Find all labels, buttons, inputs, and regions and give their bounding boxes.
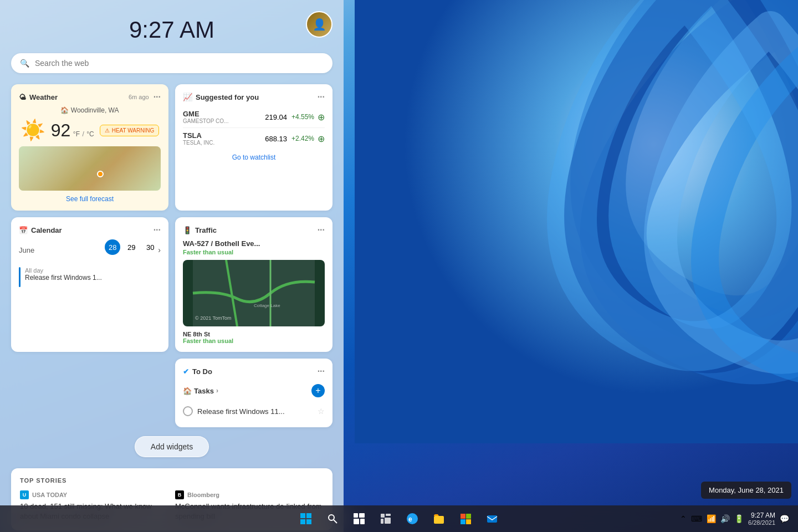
svg-rect-6	[300, 519, 305, 524]
search-input[interactable]	[35, 59, 324, 68]
stock-row-gme: GME GAMESTOP CO... 219.04 +4.55% ⊕	[183, 106, 325, 128]
notification-icon[interactable]: 💬	[780, 514, 789, 523]
weather-location-dot	[97, 171, 104, 177]
story-source-name-0: USA TODAY	[32, 492, 67, 498]
stocks-icon: 📈	[183, 93, 192, 101]
watchlist-link[interactable]: Go to watchlist	[183, 154, 325, 161]
cal-day-29[interactable]: 29	[124, 239, 139, 255]
weather-icon-title: 🌤	[19, 93, 26, 101]
traffic-status2: Faster than usual	[183, 337, 325, 344]
time-display: 9:27 AM	[11, 17, 332, 43]
taskbar-edge-btn[interactable]: e	[401, 508, 423, 530]
keyboard-icon[interactable]: ⌨	[691, 514, 702, 523]
calendar-icon: 📅	[19, 226, 28, 234]
bloomberg-icon: B	[175, 490, 184, 499]
widgets-grid: 🌤 Weather 6m ago ··· 🏠 Woodinville, WA ☀…	[11, 84, 332, 427]
todo-tasks-header: 🏠 Tasks › +	[183, 381, 325, 401]
traffic-menu-btn[interactable]: ···	[318, 225, 325, 235]
svg-rect-13	[360, 519, 365, 524]
todo-widget: ✔ To Do ··· 🏠 Tasks › + Release first Wi…	[175, 359, 332, 427]
sun-icon: ☀️	[21, 119, 45, 142]
svg-rect-7	[306, 519, 311, 524]
svg-line-9	[334, 520, 337, 523]
home-icon: 🏠	[183, 387, 192, 395]
chevron-up-icon[interactable]: ⌃	[680, 514, 687, 523]
cal-day-30[interactable]: 30	[142, 239, 158, 255]
taskbar-file-explorer-btn[interactable]	[428, 508, 450, 530]
taskbar-ms-store-btn[interactable]	[454, 508, 477, 530]
svg-rect-12	[354, 519, 359, 524]
story-source-1: B Bloomberg	[175, 490, 324, 499]
svg-rect-11	[359, 513, 365, 518]
clock-time: 9:27 AM	[748, 511, 775, 519]
tsla-price: 688.13	[214, 135, 287, 143]
weather-map	[19, 146, 161, 191]
weather-unit-f: °F	[73, 130, 80, 138]
battery-icon[interactable]: 🔋	[734, 514, 744, 523]
event-bar	[19, 267, 21, 287]
traffic-widget: 🚦 Traffic ··· WA-527 / Bothell Eve... Fa…	[175, 217, 332, 352]
taskbar-mail-btn[interactable]	[481, 508, 503, 530]
search-bar[interactable]: 🔍	[11, 53, 332, 73]
svg-text:Cottage Lake: Cottage Lake	[254, 303, 280, 308]
stocks-title: Suggested for you	[196, 93, 259, 101]
stocks-menu-btn[interactable]: ···	[318, 92, 325, 102]
taskbar-widgets-btn[interactable]	[375, 508, 397, 530]
svg-rect-20	[434, 516, 444, 524]
todo-star-0[interactable]: ☆	[318, 407, 325, 416]
weather-location: 🏠 Woodinville, WA	[19, 106, 161, 114]
todo-title: To Do	[192, 367, 212, 376]
svg-rect-5	[306, 513, 311, 518]
weather-menu-btn[interactable]: ···	[154, 92, 161, 102]
stocks-widget: 📈 Suggested for you ··· GME GAMESTOP CO.…	[175, 84, 332, 211]
weather-forecast-link[interactable]: See full forecast	[19, 195, 161, 203]
gme-price: 219.04	[228, 113, 287, 121]
traffic-street: NE 8th St	[183, 331, 210, 337]
svg-rect-17	[385, 518, 391, 524]
calendar-event: All day Release first Windows 1...	[19, 265, 161, 289]
weather-map-overlay	[19, 146, 161, 191]
calendar-chevron[interactable]: ›	[158, 245, 161, 254]
traffic-map: © 2021 TomTom Cottage Lake	[183, 260, 325, 326]
widget-panel: 9:27 AM 👤 🔍 🌤 Weather 6m ago ··· 🏠 Woodi…	[0, 0, 344, 532]
todo-list-label: Tasks	[194, 387, 214, 395]
gme-change: +4.55%	[291, 113, 314, 121]
tsla-change: +2.42%	[291, 135, 314, 142]
weather-unit-c: °C	[86, 130, 94, 138]
todo-icon: ✔	[183, 367, 189, 376]
start-button[interactable]	[295, 508, 317, 530]
add-widgets-btn[interactable]: Add widgets	[135, 436, 209, 457]
traffic-icon: 🚦	[183, 226, 192, 234]
tsla-add-btn[interactable]: ⊕	[318, 134, 325, 144]
top-stories-title: TOP STORIES	[20, 477, 324, 484]
svg-rect-14	[381, 514, 385, 518]
heat-warning: ⚠ HEAT WARNING	[100, 125, 159, 136]
taskbar-search-btn[interactable]	[321, 508, 344, 530]
svg-rect-4	[300, 513, 305, 518]
svg-rect-22	[466, 514, 471, 519]
sound-icon[interactable]: 🔊	[720, 514, 730, 523]
todo-chevron[interactable]: ›	[216, 387, 218, 395]
svg-rect-15	[386, 514, 391, 516]
taskbar-task-view-btn[interactable]	[348, 508, 370, 530]
svg-rect-10	[354, 513, 358, 518]
wifi-icon[interactable]: 📶	[707, 514, 716, 523]
svg-text:© 2021 TomTom: © 2021 TomTom	[195, 315, 232, 321]
svg-rect-25	[487, 515, 497, 523]
stocks-list: GME GAMESTOP CO... 219.04 +4.55% ⊕ TSLA …	[183, 106, 325, 149]
svg-rect-23	[461, 519, 466, 524]
clock-date: 6/28/2021	[748, 519, 775, 526]
calendar-title: Calendar	[31, 226, 62, 234]
user-avatar[interactable]: 👤	[306, 11, 332, 38]
traffic-title: Traffic	[195, 226, 217, 234]
gme-add-btn[interactable]: ⊕	[318, 112, 325, 122]
story-source-0: U USA TODAY	[20, 490, 168, 499]
todo-checkbox-0[interactable]	[183, 406, 193, 416]
calendar-menu-btn[interactable]: ···	[154, 225, 161, 235]
weather-updated: 6m ago	[129, 94, 149, 100]
todo-menu-btn[interactable]: ···	[318, 366, 325, 376]
taskbar-time[interactable]: 9:27 AM 6/28/2021	[748, 511, 775, 526]
todo-text-0: Release first Windows 11...	[197, 407, 313, 416]
event-time: All day	[25, 267, 102, 274]
todo-add-btn[interactable]: +	[311, 384, 325, 397]
